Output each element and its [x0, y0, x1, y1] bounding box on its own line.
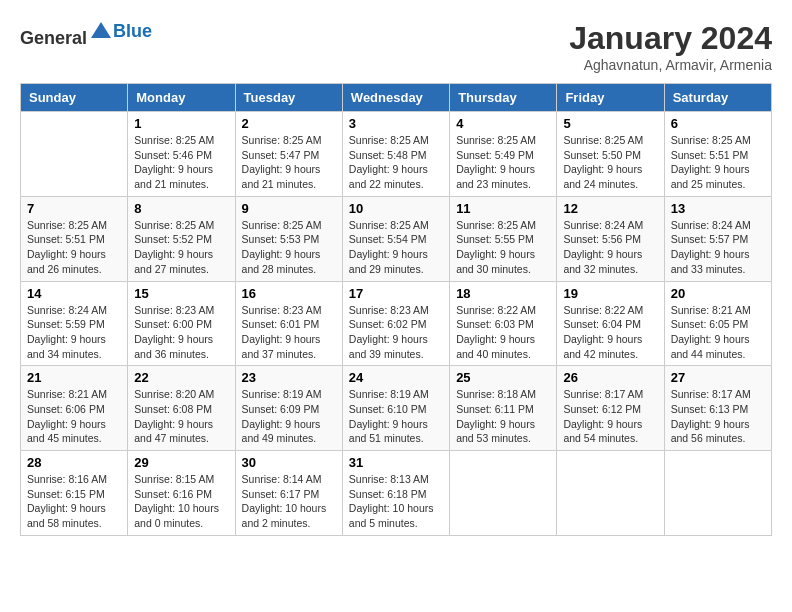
calendar-cell: 16Sunrise: 8:23 AMSunset: 6:01 PMDayligh… [235, 281, 342, 366]
day-of-week-header: Sunday [21, 84, 128, 112]
day-number: 28 [27, 455, 121, 470]
day-number: 19 [563, 286, 657, 301]
day-number: 8 [134, 201, 228, 216]
calendar-cell: 4Sunrise: 8:25 AMSunset: 5:49 PMDaylight… [450, 112, 557, 197]
day-number: 1 [134, 116, 228, 131]
calendar-cell [557, 451, 664, 536]
calendar-header-row: SundayMondayTuesdayWednesdayThursdayFrid… [21, 84, 772, 112]
page-header: General Blue January 2024 Aghavnatun, Ar… [20, 20, 772, 73]
calendar-body: 1Sunrise: 8:25 AMSunset: 5:46 PMDaylight… [21, 112, 772, 536]
calendar-cell: 3Sunrise: 8:25 AMSunset: 5:48 PMDaylight… [342, 112, 449, 197]
month-title: January 2024 [569, 20, 772, 57]
day-info: Sunrise: 8:23 AMSunset: 6:01 PMDaylight:… [242, 303, 336, 362]
day-number: 23 [242, 370, 336, 385]
day-info: Sunrise: 8:23 AMSunset: 6:00 PMDaylight:… [134, 303, 228, 362]
calendar-cell: 30Sunrise: 8:14 AMSunset: 6:17 PMDayligh… [235, 451, 342, 536]
calendar-cell: 17Sunrise: 8:23 AMSunset: 6:02 PMDayligh… [342, 281, 449, 366]
day-info: Sunrise: 8:21 AMSunset: 6:05 PMDaylight:… [671, 303, 765, 362]
day-of-week-header: Monday [128, 84, 235, 112]
calendar-week-row: 7Sunrise: 8:25 AMSunset: 5:51 PMDaylight… [21, 196, 772, 281]
day-number: 11 [456, 201, 550, 216]
day-of-week-header: Tuesday [235, 84, 342, 112]
day-number: 3 [349, 116, 443, 131]
day-info: Sunrise: 8:24 AMSunset: 5:57 PMDaylight:… [671, 218, 765, 277]
day-number: 7 [27, 201, 121, 216]
day-of-week-header: Wednesday [342, 84, 449, 112]
day-number: 27 [671, 370, 765, 385]
day-info: Sunrise: 8:19 AMSunset: 6:09 PMDaylight:… [242, 387, 336, 446]
day-number: 26 [563, 370, 657, 385]
calendar-cell: 6Sunrise: 8:25 AMSunset: 5:51 PMDaylight… [664, 112, 771, 197]
calendar-cell: 15Sunrise: 8:23 AMSunset: 6:00 PMDayligh… [128, 281, 235, 366]
calendar-week-row: 14Sunrise: 8:24 AMSunset: 5:59 PMDayligh… [21, 281, 772, 366]
day-info: Sunrise: 8:25 AMSunset: 5:51 PMDaylight:… [671, 133, 765, 192]
calendar-cell: 28Sunrise: 8:16 AMSunset: 6:15 PMDayligh… [21, 451, 128, 536]
day-number: 17 [349, 286, 443, 301]
day-info: Sunrise: 8:24 AMSunset: 5:56 PMDaylight:… [563, 218, 657, 277]
calendar-cell: 18Sunrise: 8:22 AMSunset: 6:03 PMDayligh… [450, 281, 557, 366]
day-number: 29 [134, 455, 228, 470]
calendar-cell: 22Sunrise: 8:20 AMSunset: 6:08 PMDayligh… [128, 366, 235, 451]
calendar-cell: 12Sunrise: 8:24 AMSunset: 5:56 PMDayligh… [557, 196, 664, 281]
calendar-cell: 24Sunrise: 8:19 AMSunset: 6:10 PMDayligh… [342, 366, 449, 451]
calendar-cell: 11Sunrise: 8:25 AMSunset: 5:55 PMDayligh… [450, 196, 557, 281]
svg-marker-0 [91, 22, 111, 38]
logo-icon [89, 20, 113, 44]
day-of-week-header: Saturday [664, 84, 771, 112]
calendar-cell: 20Sunrise: 8:21 AMSunset: 6:05 PMDayligh… [664, 281, 771, 366]
day-info: Sunrise: 8:20 AMSunset: 6:08 PMDaylight:… [134, 387, 228, 446]
calendar-table: SundayMondayTuesdayWednesdayThursdayFrid… [20, 83, 772, 536]
day-of-week-header: Thursday [450, 84, 557, 112]
day-info: Sunrise: 8:16 AMSunset: 6:15 PMDaylight:… [27, 472, 121, 531]
calendar-cell: 9Sunrise: 8:25 AMSunset: 5:53 PMDaylight… [235, 196, 342, 281]
day-of-week-header: Friday [557, 84, 664, 112]
day-info: Sunrise: 8:25 AMSunset: 5:47 PMDaylight:… [242, 133, 336, 192]
day-number: 15 [134, 286, 228, 301]
calendar-cell: 19Sunrise: 8:22 AMSunset: 6:04 PMDayligh… [557, 281, 664, 366]
day-info: Sunrise: 8:25 AMSunset: 5:55 PMDaylight:… [456, 218, 550, 277]
day-number: 4 [456, 116, 550, 131]
day-info: Sunrise: 8:25 AMSunset: 5:49 PMDaylight:… [456, 133, 550, 192]
calendar-cell: 5Sunrise: 8:25 AMSunset: 5:50 PMDaylight… [557, 112, 664, 197]
day-info: Sunrise: 8:17 AMSunset: 6:13 PMDaylight:… [671, 387, 765, 446]
day-number: 13 [671, 201, 765, 216]
calendar-cell [21, 112, 128, 197]
calendar-cell: 14Sunrise: 8:24 AMSunset: 5:59 PMDayligh… [21, 281, 128, 366]
calendar-cell: 31Sunrise: 8:13 AMSunset: 6:18 PMDayligh… [342, 451, 449, 536]
logo: General Blue [20, 20, 152, 49]
day-info: Sunrise: 8:22 AMSunset: 6:04 PMDaylight:… [563, 303, 657, 362]
calendar-cell: 1Sunrise: 8:25 AMSunset: 5:46 PMDaylight… [128, 112, 235, 197]
day-number: 31 [349, 455, 443, 470]
day-info: Sunrise: 8:25 AMSunset: 5:50 PMDaylight:… [563, 133, 657, 192]
logo-text: General [20, 20, 113, 49]
calendar-cell [664, 451, 771, 536]
day-number: 9 [242, 201, 336, 216]
calendar-cell: 2Sunrise: 8:25 AMSunset: 5:47 PMDaylight… [235, 112, 342, 197]
day-number: 24 [349, 370, 443, 385]
day-number: 18 [456, 286, 550, 301]
day-number: 25 [456, 370, 550, 385]
day-number: 12 [563, 201, 657, 216]
day-info: Sunrise: 8:25 AMSunset: 5:53 PMDaylight:… [242, 218, 336, 277]
calendar-cell: 7Sunrise: 8:25 AMSunset: 5:51 PMDaylight… [21, 196, 128, 281]
day-info: Sunrise: 8:25 AMSunset: 5:51 PMDaylight:… [27, 218, 121, 277]
day-info: Sunrise: 8:15 AMSunset: 6:16 PMDaylight:… [134, 472, 228, 531]
calendar-cell: 27Sunrise: 8:17 AMSunset: 6:13 PMDayligh… [664, 366, 771, 451]
day-info: Sunrise: 8:24 AMSunset: 5:59 PMDaylight:… [27, 303, 121, 362]
day-number: 5 [563, 116, 657, 131]
day-info: Sunrise: 8:19 AMSunset: 6:10 PMDaylight:… [349, 387, 443, 446]
day-info: Sunrise: 8:23 AMSunset: 6:02 PMDaylight:… [349, 303, 443, 362]
day-info: Sunrise: 8:22 AMSunset: 6:03 PMDaylight:… [456, 303, 550, 362]
calendar-cell: 21Sunrise: 8:21 AMSunset: 6:06 PMDayligh… [21, 366, 128, 451]
day-number: 20 [671, 286, 765, 301]
day-info: Sunrise: 8:25 AMSunset: 5:52 PMDaylight:… [134, 218, 228, 277]
calendar-week-row: 21Sunrise: 8:21 AMSunset: 6:06 PMDayligh… [21, 366, 772, 451]
calendar-week-row: 28Sunrise: 8:16 AMSunset: 6:15 PMDayligh… [21, 451, 772, 536]
calendar-cell: 23Sunrise: 8:19 AMSunset: 6:09 PMDayligh… [235, 366, 342, 451]
day-info: Sunrise: 8:17 AMSunset: 6:12 PMDaylight:… [563, 387, 657, 446]
calendar-cell: 25Sunrise: 8:18 AMSunset: 6:11 PMDayligh… [450, 366, 557, 451]
day-number: 2 [242, 116, 336, 131]
day-info: Sunrise: 8:18 AMSunset: 6:11 PMDaylight:… [456, 387, 550, 446]
day-number: 30 [242, 455, 336, 470]
day-info: Sunrise: 8:14 AMSunset: 6:17 PMDaylight:… [242, 472, 336, 531]
